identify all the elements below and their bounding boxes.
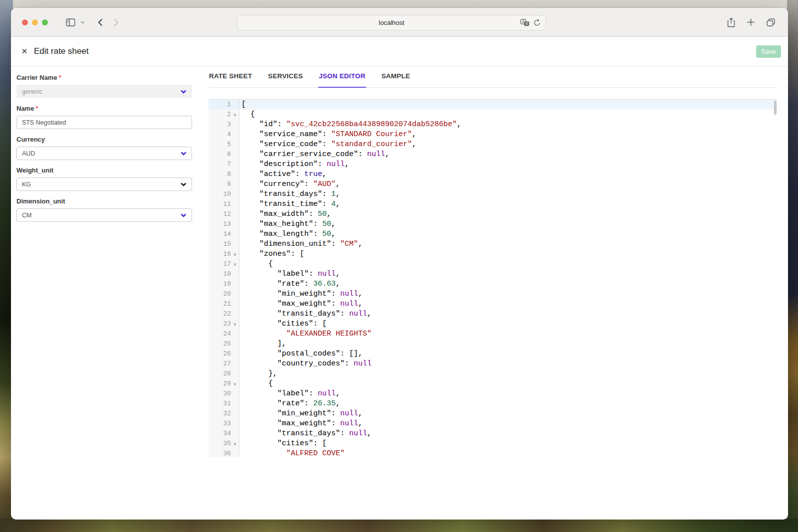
editor-line[interactable]: 32 "min_weight": null, <box>208 409 777 419</box>
editor-line[interactable]: 1[ <box>208 100 777 110</box>
editor-line[interactable]: 19 "rate": 36.63, <box>208 279 777 289</box>
code-line-content[interactable]: "id": "svc_42cb22568ba443898902074dab528… <box>239 120 777 130</box>
zoom-window-button[interactable] <box>42 19 48 25</box>
code-line-content[interactable]: ], <box>239 339 777 349</box>
code-line-content[interactable]: "description": null, <box>239 160 777 170</box>
editor-line[interactable]: 8 "active": true, <box>208 170 777 179</box>
code-line-content[interactable]: "label": null, <box>239 389 777 399</box>
editor-line[interactable]: 23v "cities": [ <box>208 319 777 329</box>
code-line-content[interactable]: "postal_codes": [], <box>239 349 777 359</box>
fold-toggle-icon[interactable]: v <box>231 110 239 120</box>
code-line-content[interactable]: { <box>239 379 777 389</box>
share-icon[interactable] <box>727 17 735 27</box>
dimension-unit-select[interactable]: CM <box>16 208 192 222</box>
name-field[interactable] <box>16 116 192 129</box>
tab-services[interactable]: SERVICES <box>268 72 304 87</box>
tab-overview-icon[interactable] <box>767 18 775 26</box>
code-line-content[interactable]: "active": true, <box>239 170 777 179</box>
editor-line[interactable]: 9 "currency": "AUD", <box>208 179 777 189</box>
editor-line[interactable]: 25 ], <box>208 339 777 349</box>
editor-line[interactable]: 21 "max_weight": null, <box>208 299 777 309</box>
sidebar-toggle-icon[interactable] <box>66 18 75 26</box>
editor-line[interactable]: 5 "service_code": "standard_courier", <box>208 140 777 150</box>
tab-json-editor[interactable]: JSON EDITOR <box>318 72 366 88</box>
code-line-content[interactable]: "ALEXANDER HEIGHTS" <box>239 329 777 339</box>
code-line-content[interactable]: "transit_time": 4, <box>239 199 777 209</box>
currency-select[interactable]: AUD <box>16 147 192 160</box>
editor-line[interactable]: 17v { <box>208 259 777 269</box>
name-input[interactable] <box>22 119 187 126</box>
fold-toggle-icon[interactable]: v <box>231 249 239 259</box>
editor-line[interactable]: 35v "cities": [ <box>208 439 777 449</box>
editor-line[interactable]: 36 "ALFRED COVE" <box>208 449 777 457</box>
code-line-content[interactable]: { <box>239 259 777 269</box>
editor-line[interactable]: 22 "transit_days": null, <box>208 309 777 319</box>
tab-sample[interactable]: SAMPLE <box>381 72 410 87</box>
editor-line[interactable]: 16v "zones": [ <box>208 249 777 259</box>
code-line-content[interactable]: "currency": "AUD", <box>239 179 777 189</box>
editor-line[interactable]: 33 "max_weight": null, <box>208 419 777 429</box>
code-line-content[interactable]: "service_name": "STANDARD Courier", <box>239 130 777 140</box>
code-line-content[interactable]: "carrier_service_code": null, <box>239 150 777 160</box>
editor-line[interactable]: 26 "postal_codes": [], <box>208 349 777 359</box>
editor-line[interactable]: 31 "rate": 26.35, <box>208 399 777 409</box>
tab-rate-sheet[interactable]: RATE SHEET <box>208 72 253 87</box>
editor-line[interactable]: 4 "service_name": "STANDARD Courier", <box>208 130 777 140</box>
fold-toggle-icon[interactable]: v <box>231 379 239 389</box>
editor-line[interactable]: 2v { <box>208 110 777 120</box>
editor-line[interactable]: 28 }, <box>208 369 777 379</box>
editor-line[interactable]: 10 "transit_days": 1, <box>208 189 777 199</box>
json-code-editor[interactable]: 1[2v {3 "id": "svc_42cb22568ba4438989020… <box>208 99 777 457</box>
editor-line[interactable]: 34 "transit_days": null, <box>208 429 777 439</box>
code-line-content[interactable]: "min_weight": null, <box>239 289 777 299</box>
code-line-content[interactable]: "max_weight": null, <box>239 419 777 429</box>
code-line-content[interactable]: [ <box>239 100 777 110</box>
code-line-content[interactable]: "transit_days": null, <box>239 309 777 319</box>
fold-toggle-icon[interactable]: v <box>231 319 239 329</box>
code-line-content[interactable]: "rate": 36.63, <box>239 279 777 289</box>
editor-scrollbar[interactable] <box>774 101 777 115</box>
code-line-content[interactable]: "rate": 26.35, <box>239 399 777 409</box>
forward-button-icon[interactable] <box>114 18 119 26</box>
code-line-content[interactable]: "zones": [ <box>239 249 777 259</box>
close-window-button[interactable] <box>22 19 28 25</box>
editor-line[interactable]: 15 "dimension_unit": "CM", <box>208 239 777 249</box>
editor-line[interactable]: 20 "min_weight": null, <box>208 289 777 299</box>
code-line-content[interactable]: { <box>239 110 777 120</box>
code-line-content[interactable]: "max_height": 50, <box>239 219 777 229</box>
carrier-name-select[interactable]: generic <box>16 85 192 98</box>
address-bar[interactable]: localhost A <box>237 15 546 30</box>
code-line-content[interactable]: "transit_days": null, <box>239 429 777 439</box>
editor-line[interactable]: 11 "transit_time": 4, <box>208 199 777 209</box>
close-icon[interactable]: ✕ <box>20 47 29 56</box>
editor-line[interactable]: 3 "id": "svc_42cb22568ba443898902074dab5… <box>208 120 777 130</box>
code-line-content[interactable]: "label": null, <box>239 269 777 279</box>
editor-line[interactable]: 7 "description": null, <box>208 160 777 170</box>
editor-line[interactable]: 14 "max_length": 50, <box>208 229 777 239</box>
code-line-content[interactable]: "max_weight": null, <box>239 299 777 309</box>
editor-line[interactable]: 6 "carrier_service_code": null, <box>208 150 777 160</box>
editor-line[interactable]: 13 "max_height": 50, <box>208 219 777 229</box>
code-line-content[interactable]: "service_code": "standard_courier", <box>239 140 777 150</box>
back-button-icon[interactable] <box>98 18 103 26</box>
translate-icon[interactable]: A <box>520 19 530 26</box>
code-line-content[interactable]: "dimension_unit": "CM", <box>239 239 777 249</box>
new-tab-icon[interactable] <box>747 18 755 26</box>
chevron-down-icon[interactable] <box>80 21 85 24</box>
editor-line[interactable]: 12 "max_width": 50, <box>208 209 777 219</box>
fold-toggle-icon[interactable]: v <box>231 439 239 449</box>
minimize-window-button[interactable] <box>32 19 38 25</box>
code-line-content[interactable]: "country_codes": null <box>239 359 777 369</box>
save-button[interactable]: Save <box>756 45 781 58</box>
editor-line[interactable]: 27 "country_codes": null <box>208 359 777 369</box>
editor-line[interactable]: 30 "label": null, <box>208 389 777 399</box>
reload-icon[interactable] <box>534 19 541 26</box>
code-line-content[interactable]: "cities": [ <box>239 439 777 449</box>
weight-unit-select[interactable]: KG <box>16 177 192 191</box>
editor-line[interactable]: 24 "ALEXANDER HEIGHTS" <box>208 329 777 339</box>
url-text[interactable]: localhost <box>379 19 404 26</box>
editor-line[interactable]: 18 "label": null, <box>208 269 777 279</box>
code-line-content[interactable]: "max_width": 50, <box>239 209 777 219</box>
code-line-content[interactable]: }, <box>239 369 777 379</box>
code-line-content[interactable]: "transit_days": 1, <box>239 189 777 199</box>
